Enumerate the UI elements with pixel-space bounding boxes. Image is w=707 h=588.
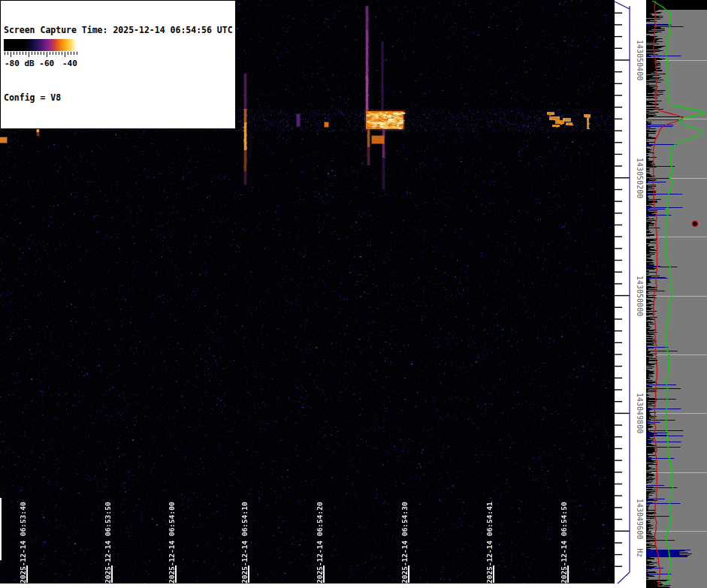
colorbar-minor-tick bbox=[68, 52, 68, 55]
time-axis-tick bbox=[26, 565, 28, 583]
colorbar-minor-tick bbox=[20, 52, 20, 55]
colorbar-minor-tick bbox=[26, 52, 26, 55]
colorbar-minor-tick bbox=[41, 52, 41, 55]
colorbar-minor-tick bbox=[62, 52, 62, 55]
cropped-label-artifact bbox=[0, 498, 2, 560]
colorbar-minor-tick bbox=[71, 52, 71, 55]
freq-axis-label: 143050200 bbox=[635, 158, 644, 198]
colorbar-scale-labels: -80 dB -60 -40 bbox=[4, 59, 79, 69]
colorbar-minor-tick bbox=[44, 52, 44, 55]
axis-tick bbox=[615, 2, 630, 9]
colorbar-major-tick bbox=[11, 52, 11, 57]
colorbar-minor-tick bbox=[53, 52, 53, 55]
freq-axis-label: 143049800 bbox=[635, 393, 644, 433]
colorbar-minor-tick bbox=[5, 52, 5, 55]
bottom-margin bbox=[0, 583, 646, 588]
capture-time-line: Screen Capture Time: 2025-12-14 06:54:56… bbox=[4, 25, 232, 36]
spectrum-side-panel-canvas bbox=[646, 0, 707, 588]
colorbar-minor-tick bbox=[56, 52, 56, 55]
time-axis-tick bbox=[323, 565, 325, 583]
freq-axis-label: 143050400 bbox=[635, 40, 644, 80]
colorbar-minor-tick bbox=[17, 52, 17, 55]
colorbar-major-tick bbox=[29, 52, 29, 57]
colorbar-minor-tick bbox=[50, 52, 50, 55]
spectrogram-capture-screen: 2025-12-14 06:53:402025-12-14 06:53:5020… bbox=[0, 0, 707, 588]
colorbar-major-tick bbox=[65, 52, 65, 57]
time-axis-tick bbox=[493, 565, 494, 583]
colorbar-gradient bbox=[4, 39, 79, 51]
colorbar-ruler bbox=[4, 52, 79, 59]
config-line: Config = V8 bbox=[4, 92, 232, 104]
freq-axis-label: 143049600 Hz bbox=[635, 499, 644, 557]
colorbar-minor-tick bbox=[32, 52, 32, 55]
colorbar-minor-tick bbox=[35, 52, 35, 55]
colorbar-minor-tick bbox=[59, 52, 59, 55]
scale-label-high: -40 bbox=[62, 59, 77, 68]
scale-label-low: -80 dB -60 bbox=[5, 59, 54, 68]
freq-axis-label: 143050000 bbox=[635, 276, 644, 316]
time-axis-tick bbox=[408, 565, 409, 583]
colorbar-minor-tick bbox=[8, 52, 8, 55]
colorbar-major-tick bbox=[47, 52, 47, 57]
colorbar-minor-tick bbox=[23, 52, 23, 55]
time-axis-tick bbox=[111, 565, 113, 583]
colorbar-minor-tick bbox=[38, 52, 38, 55]
colorbar-minor-tick bbox=[14, 52, 14, 55]
time-axis-tick bbox=[567, 565, 569, 583]
colorbar-minor-tick bbox=[77, 52, 77, 55]
time-axis-tick bbox=[175, 565, 177, 583]
intensity-colorbar-legend: -80 dB -60 -40 bbox=[4, 39, 79, 70]
time-axis-tick bbox=[248, 565, 249, 583]
colorbar-minor-tick bbox=[74, 52, 74, 55]
